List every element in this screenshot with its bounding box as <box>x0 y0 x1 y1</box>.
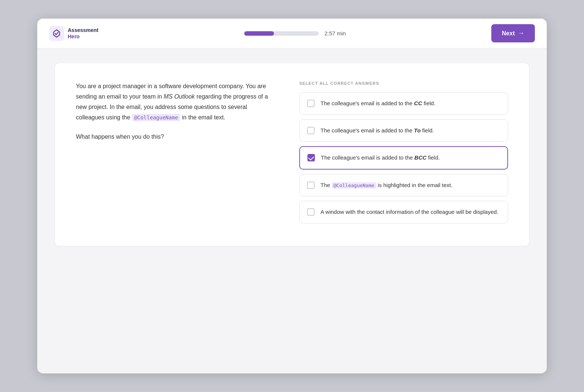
progress-area: 2:57 min <box>244 30 346 36</box>
answer-label-3: The colleague's email is added to the BC… <box>321 154 440 162</box>
answer-label-1: The colleague's email is added to the CC… <box>320 99 435 108</box>
answer-option-2[interactable]: The colleague's email is added to the To… <box>299 119 508 142</box>
answer-label-5: A window with the contact information of… <box>320 208 498 216</box>
answer-option-3[interactable]: The colleague's email is added to the BC… <box>299 146 508 170</box>
next-button-label: Next <box>502 30 515 37</box>
checkbox-5[interactable] <box>307 208 315 216</box>
logo-icon <box>49 26 64 41</box>
next-button[interactable]: Next → <box>491 24 535 42</box>
mention-tag-option4: @ColleagueName <box>332 182 376 189</box>
answer-label-2: The colleague's email is added to the To… <box>320 126 434 135</box>
checkbox-1[interactable] <box>307 100 315 107</box>
answer-label-4: The @ColleagueName is highlighted in the… <box>320 181 453 190</box>
answer-option-4[interactable]: The @ColleagueName is highlighted in the… <box>299 174 508 197</box>
question-text-area: You are a project manager in a software … <box>76 81 269 228</box>
timer-text: 2:57 min <box>325 30 346 36</box>
question-sub: What happens when you do this? <box>76 132 269 142</box>
answer-option-1[interactable]: The colleague's email is added to the CC… <box>299 92 508 115</box>
header: Assessment Hero 2:57 min Next → <box>37 19 547 48</box>
question-text-c: in the email text. <box>180 114 225 121</box>
ms-outlook-label: MS Outlook <box>164 93 195 100</box>
checkbox-4[interactable] <box>307 181 315 189</box>
logo-hero: Hero <box>68 33 99 40</box>
arrow-right-icon: → <box>518 29 524 37</box>
cc-label: CC <box>414 100 422 106</box>
logo-assessment: Assessment <box>68 27 99 33</box>
answers-label: SELECT ALL CORRECT ANSWERS <box>299 81 508 86</box>
app-window: Assessment Hero 2:57 min Next → You are … <box>37 19 547 373</box>
progress-bar-fill <box>244 31 274 36</box>
bcc-label: BCC <box>414 154 427 161</box>
to-label: To <box>414 127 421 134</box>
question-card: You are a project manager in a software … <box>55 63 529 246</box>
logo-area: Assessment Hero <box>49 26 99 41</box>
logo-text: Assessment Hero <box>68 27 99 40</box>
question-paragraph-1: You are a project manager in a software … <box>76 81 269 123</box>
main-content: You are a project manager in a software … <box>37 48 547 373</box>
progress-bar-container <box>244 31 319 36</box>
checkbox-2[interactable] <box>307 127 315 134</box>
mention-tag-inline: @ColleagueName <box>132 114 180 121</box>
answer-option-5[interactable]: A window with the contact information of… <box>299 201 508 224</box>
checkbox-3[interactable] <box>307 154 315 161</box>
answers-area: SELECT ALL CORRECT ANSWERS The colleague… <box>299 81 508 228</box>
